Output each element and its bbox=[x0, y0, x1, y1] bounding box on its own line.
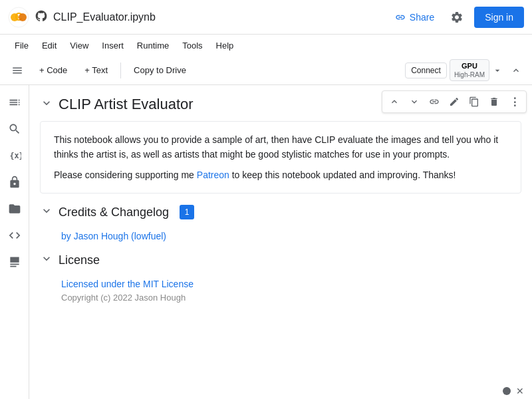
credits-badge: 1 bbox=[180, 205, 194, 219]
cell-toolbar: ⋮ bbox=[382, 90, 527, 113]
add-code-label: + Code bbox=[39, 65, 67, 75]
dropdown-arrow-icon[interactable] bbox=[492, 65, 503, 76]
dot-icon bbox=[503, 387, 511, 395]
main-title: CLIP Artist Evaluator bbox=[59, 96, 194, 113]
share-label: Share bbox=[410, 12, 434, 23]
collapse-toolbar-button[interactable] bbox=[505, 60, 527, 81]
menu-file[interactable]: File bbox=[8, 38, 35, 53]
sidebar-variables-icon[interactable]: {x} bbox=[3, 144, 27, 168]
patreon-link[interactable]: Patreon bbox=[197, 170, 229, 180]
close-icon[interactable]: ✕ bbox=[516, 386, 524, 396]
main-collapse-chevron[interactable] bbox=[40, 96, 53, 112]
credits-section: Credits & Changelog 1 by Jason Hough (lo… bbox=[40, 199, 521, 241]
toolbar: + Code + Text Copy to Drive Connect GPU … bbox=[0, 56, 532, 85]
menu-insert[interactable]: Insert bbox=[95, 38, 130, 53]
notebook-title: CLIP_Evaluator.ipynb bbox=[53, 11, 156, 23]
more-options-button[interactable]: ⋮ bbox=[505, 92, 523, 111]
colab-logo: C bbox=[8, 7, 29, 28]
svg-point-2 bbox=[11, 13, 19, 21]
svg-text:{x}: {x} bbox=[9, 151, 21, 160]
sidebar-toggle-button[interactable] bbox=[5, 59, 29, 82]
sidebar-files-icon[interactable] bbox=[3, 197, 27, 221]
settings-button[interactable] bbox=[445, 5, 469, 29]
gpu-label: GPU bbox=[454, 61, 485, 70]
credits-collapse-chevron[interactable] bbox=[40, 204, 53, 220]
menu-help[interactable]: Help bbox=[209, 38, 241, 53]
sidebar-search-icon[interactable] bbox=[3, 117, 27, 141]
toolbar-divider bbox=[120, 63, 121, 78]
credits-title: Credits & Changelog bbox=[59, 205, 169, 219]
sidebar-toc-icon[interactable] bbox=[3, 90, 27, 114]
sidebar-secrets-icon[interactable] bbox=[3, 170, 27, 194]
menu-tools[interactable]: Tools bbox=[176, 38, 209, 53]
menu-view[interactable]: View bbox=[63, 38, 95, 53]
copy-to-drive-label: Copy to Drive bbox=[134, 65, 186, 75]
sidebar: {x} bbox=[0, 85, 29, 399]
edit-button[interactable] bbox=[445, 92, 464, 111]
content-area[interactable]: ⋮ CLIP Artist Evaluator This notebook al… bbox=[29, 85, 532, 399]
license-title: License bbox=[59, 253, 100, 267]
menu-bar: File Edit View Insert Runtime Tools Help bbox=[0, 35, 532, 56]
menu-runtime[interactable]: Runtime bbox=[130, 38, 176, 53]
description-text-2: Please considering supporting me Patreon… bbox=[54, 168, 507, 182]
bottom-bar: ✕ bbox=[29, 383, 532, 399]
add-code-button[interactable]: + Code bbox=[32, 61, 74, 80]
main-layout: {x} bbox=[0, 85, 532, 399]
description-text-1: This notebook allows you to provide a sa… bbox=[54, 132, 507, 162]
connect-button[interactable]: Connect bbox=[405, 63, 447, 78]
license-link[interactable]: Licensed under the MIT License bbox=[61, 279, 194, 289]
license-section: License Licensed under the MIT License C… bbox=[40, 247, 521, 303]
copy-to-drive-button[interactable]: Copy to Drive bbox=[126, 61, 194, 80]
move-down-button[interactable] bbox=[405, 92, 424, 111]
github-icon bbox=[35, 9, 48, 25]
connect-label: Connect bbox=[411, 66, 441, 75]
sign-in-button[interactable]: Sign in bbox=[474, 7, 524, 28]
share-button[interactable]: Share bbox=[390, 8, 440, 27]
license-text-area: Licensed under the MIT License bbox=[40, 273, 521, 289]
description-cell: This notebook allows you to provide a sa… bbox=[40, 121, 521, 194]
top-bar: C CLIP_Evaluator.ipynb Share Sign in bbox=[0, 0, 532, 35]
license-collapse-chevron[interactable] bbox=[40, 252, 53, 268]
gpu-ram-label: High-RAM bbox=[454, 70, 485, 79]
move-up-button[interactable] bbox=[385, 92, 404, 111]
author-link[interactable]: by Jason Hough (lowfuel) bbox=[40, 225, 166, 241]
copy-cell-button[interactable] bbox=[465, 92, 483, 111]
menu-edit[interactable]: Edit bbox=[35, 38, 63, 53]
author-section: by Jason Hough (lowfuel) bbox=[40, 225, 521, 241]
svg-point-3 bbox=[19, 13, 27, 21]
add-text-label: + Text bbox=[84, 65, 108, 75]
license-header[interactable]: License bbox=[40, 247, 521, 273]
link-button[interactable] bbox=[425, 92, 444, 111]
add-text-button[interactable]: + Text bbox=[77, 61, 115, 80]
notebook-content: CLIP Artist Evaluator This notebook allo… bbox=[29, 90, 532, 303]
credits-header[interactable]: Credits & Changelog 1 bbox=[40, 199, 521, 225]
copyright-text: Copyright (c) 2022 Jason Hough bbox=[40, 289, 521, 303]
gpu-badge: GPU High-RAM bbox=[450, 59, 489, 81]
sidebar-code-icon[interactable] bbox=[3, 223, 27, 247]
sidebar-terminal-icon[interactable] bbox=[3, 250, 27, 274]
delete-cell-button[interactable] bbox=[485, 92, 503, 111]
